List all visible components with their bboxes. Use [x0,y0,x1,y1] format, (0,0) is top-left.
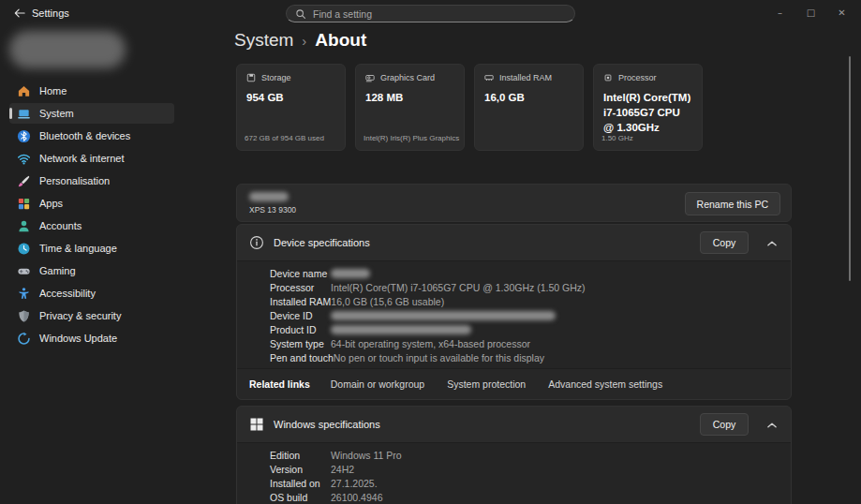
spec-label: System type [270,338,331,349]
chevron-up-icon[interactable] [765,237,779,248]
graphics-card-card: Graphics Card 128 MB Intel(R) Iris(R) Pl… [355,64,465,151]
related-links-title: Related links [249,378,310,390]
spec-label: Product ID [270,324,331,335]
spec-label: Processor [270,282,331,293]
section-title: Device specifications [274,237,370,248]
personalisation-icon [17,174,31,188]
sidebar-item-label: Gaming [39,265,76,276]
device-model: XPS 13 9300 [249,205,296,215]
sidebar-item-label: System [39,108,74,119]
sidebar-item-windows-update[interactable]: Windows Update [9,328,174,348]
search-box[interactable] [286,5,575,22]
sidebar-item-accounts[interactable]: Accounts [9,215,174,236]
info-icon [249,235,264,250]
sidebar-item-personalisation[interactable]: Personalisation [9,170,174,191]
spec-row-edition: Edition Windows 11 Pro [237,449,791,463]
apps-icon [17,197,31,211]
spec-row-processor: Processor Intel(R) Core(TM) i7-1065G7 CP… [237,281,791,295]
sidebar-item-home[interactable]: Home [9,81,174,101]
breadcrumb-parent[interactable]: System [234,30,293,51]
spec-row-installed-on: Installed on 27.1.2025. [237,477,791,491]
window-controls: – □ ✕ [765,0,857,24]
sidebar-item-network-internet[interactable]: Network & internet [9,148,174,169]
copy-device-specs-button[interactable]: Copy [700,231,749,254]
spec-row-device-id: Device ID [237,309,791,323]
device-id-value-redacted [331,311,556,320]
spec-label: Version [270,464,331,475]
vertical-scrollbar[interactable] [849,56,851,281]
system-icon [17,107,31,121]
sidebar-item-privacy-security[interactable]: Privacy & security [9,305,174,326]
card-label: Graphics Card [380,73,435,82]
user-profile-redacted[interactable] [9,31,126,68]
rename-pc-button[interactable]: Rename this PC [685,192,780,215]
home-icon [17,84,31,98]
breadcrumb: System › About [234,30,366,51]
windows-specifications-body: Edition Windows 11 Pro Version 24H2 Inst… [237,442,791,504]
close-icon[interactable]: ✕ [826,0,857,24]
sidebar-item-label: Time & language [39,243,117,254]
spec-label: Installed RAM [270,296,331,307]
spec-row-installed-ram: Installed RAM 16,0 GB (15,6 GB usable) [237,295,791,309]
card-value: 128 MB [365,91,454,106]
section-title: Windows specifications [274,419,380,430]
sidebar-item-label: Privacy & security [39,310,121,321]
link-system-protection[interactable]: System protection [447,378,526,390]
storage-card: Storage 954 GB 672 GB of 954 GB used [236,64,346,151]
sidebar-item-time-language[interactable]: Time & language [9,238,174,259]
card-label: Storage [261,73,291,82]
card-value: 16,0 GB [484,91,573,106]
spec-value: No pen or touch input is available for t… [334,352,544,363]
sidebar-item-label: Windows Update [39,333,117,344]
page-title: About [315,30,366,51]
search-icon [295,8,306,20]
minimize-icon[interactable]: – [765,0,795,24]
sidebar-item-label: Personalisation [39,175,110,186]
device-specifications-body: Device name Processor Intel(R) Core(TM) … [237,260,791,370]
app-title: Settings [32,7,69,19]
sidebar-item-label: Apps [39,198,63,209]
spec-value: 24H2 [331,464,354,475]
spec-value: 27.1.2025. [331,478,378,489]
device-specifications-header[interactable]: Device specifications Copy [237,225,791,260]
sidebar-item-bluetooth-devices[interactable]: Bluetooth & devices [9,126,174,146]
sidebar-item-label: Home [39,85,67,96]
selection-indicator [9,108,12,119]
spec-label: OS build [270,492,331,503]
back-button[interactable] [9,5,30,22]
sidebar: Home System Bluetooth & devices Network … [0,26,217,504]
related-links-row: Related links Domain or workgroup System… [237,368,791,399]
privacy-security-icon [17,309,31,323]
link-advanced-system-settings[interactable]: Advanced system settings [548,378,662,390]
sidebar-item-label: Accessibility [39,288,96,299]
spec-row-product-id: Product ID [237,323,791,337]
sidebar-item-system[interactable]: System [9,103,174,124]
device-name-value-redacted [331,269,370,278]
windows-specifications-header[interactable]: Windows specifications Copy [237,407,791,442]
sidebar-item-label: Network & internet [39,153,124,164]
sidebar-item-accessibility[interactable]: Accessibility [9,283,174,304]
sidebar-item-apps[interactable]: Apps [9,193,174,214]
maximize-icon[interactable]: □ [795,0,826,24]
windows-specifications-card: Windows specifications Copy Edition Wind… [236,406,792,504]
chevron-up-icon[interactable] [765,419,779,430]
network-icon [17,152,31,166]
spec-row-pen-touch: Pen and touch No pen or touch input is a… [237,350,791,364]
spec-label: Pen and touch [270,352,334,363]
copy-windows-specs-button[interactable]: Copy [700,413,749,436]
processor-icon [603,73,613,82]
search-input[interactable] [313,8,566,20]
card-label: Processor [618,73,657,82]
accessibility-icon [17,287,31,301]
link-domain-workgroup[interactable]: Domain or workgroup [331,378,424,390]
card-value: 954 GB [246,91,335,106]
graphics-card-icon [365,73,375,82]
device-header-card: XPS 13 9300 Rename this PC [236,184,792,222]
sidebar-item-gaming[interactable]: Gaming [9,260,174,281]
card-footer: 1.50 GHz [601,134,633,142]
installed-ram-icon [484,73,494,82]
accounts-icon [17,219,31,233]
spec-value: Intel(R) Core(TM) i7-1065G7 CPU @ 1.30GH… [331,282,585,293]
card-footer: 672 GB of 954 GB used [245,134,324,142]
spec-label: Device name [270,268,331,279]
